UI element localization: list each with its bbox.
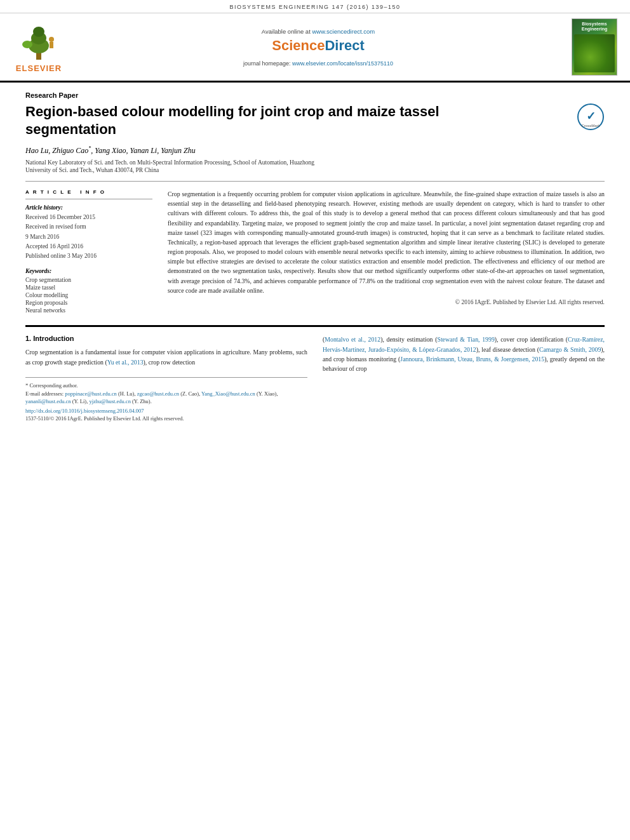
journal-cover: BiosystemsEngineering [569,18,620,76]
author-zhiguo-cao: Zhiguo Cao*, [52,146,95,155]
keyword-2: Maize tassel [25,284,152,291]
accepted-date: Accepted 16 April 2016 [25,243,152,251]
svg-point-6 [22,41,32,48]
ref-jannoura-2015: Jannoura, Brinkmann, Uteau, Bruns, & Joe… [400,356,544,363]
svg-point-3 [33,27,44,37]
keyword-1: Crop segmentation [25,277,152,283]
introduction-left-col: 1. Introduction Crop segmentation is a f… [25,335,307,422]
svg-rect-5 [50,42,53,48]
svg-text:✓: ✓ [586,110,596,123]
main-content: Research Paper Region-based colour model… [0,83,630,430]
journal-homepage-link[interactable]: www.elsevier.com/locate/issn/15375110 [292,60,393,67]
journal-homepage-line: journal homepage: www.elsevier.com/locat… [243,60,393,67]
left-article-info-col: A R T I C L E I N F O Article history: R… [25,189,152,315]
copyright-line: © 2016 IAgrE. Published by Elsevier Ltd.… [168,299,605,305]
received-date-1: Received 16 December 2015 [25,213,152,222]
keyword-4: Region proposals [25,300,152,306]
cover-title-text: BiosystemsEngineering [582,22,607,32]
email-link-5[interactable]: yjzhu@hust.edu.cn [89,398,130,404]
svg-text:CrossMark: CrossMark [581,124,600,128]
email-link-2[interactable]: zgcao@hust.edu.cn [137,390,179,397]
doi-link[interactable]: http://dx.doi.org/10.1016/j.biosystemsen… [25,408,144,414]
email-name-1: (H. Lu), [118,390,136,397]
available-online-text: Available online at www.sciencedirect.co… [262,28,375,35]
center-header: Available online at www.sciencedirect.co… [74,18,563,76]
article-type-label: Research Paper [25,91,605,99]
email-link-3[interactable]: Yang_Xiao@hust.edu.cn [201,390,255,397]
author-yanan-li: Yanan Li, [130,146,161,155]
email-name-2: (Z. Cao), [180,390,200,397]
received-revised-label: Received in revised form [25,223,152,231]
author-yanjun-zhu: Yanjun Zhu [161,146,196,155]
footnote-corresponding: * Corresponding author. [25,382,307,390]
bottom-two-col: 1. Introduction Crop segmentation is a f… [25,335,605,422]
ref-camargo-smith-2009: Camargo & Smith, 2009 [539,346,601,353]
cover-image-area [574,34,615,72]
section-1-body: Crop segmentation is a fundamental issue… [25,347,307,366]
footnote-emails: E-mail addresses: poppinace@hust.edu.cn … [25,390,307,406]
keywords-section: Keywords: Crop segmentation Maize tassel… [25,268,152,314]
doi-line: http://dx.doi.org/10.1016/j.biosystemsen… [25,408,307,414]
sciencedirect-logo-text: ScienceDirect [272,37,365,54]
elsevier-logo: ELSEVIER [10,18,67,76]
keywords-label: Keywords: [25,268,152,274]
affiliation-line-1: National Key Laboratory of Sci. and Tech… [25,159,605,166]
divider-1 [25,181,605,182]
section-1-heading: 1. Introduction [25,335,307,342]
email-name-3: (Y. Xiao), [257,390,278,397]
footnote-area: * Corresponding author. E-mail addresses… [25,377,307,422]
abstract-text: Crop segmentation is a frequently occurr… [168,189,605,295]
article-info-header: A R T I C L E I N F O [25,189,152,195]
article-title: Region-based colour modelling for joint … [25,103,457,138]
keyword-3: Colour modelling [25,292,152,298]
revised-date: 9 March 2016 [25,233,152,241]
ref-steward-tian-1999: Steward & Tian, 1999 [437,336,494,343]
issn-line: 1537-5110/© 2016 IAgrE. Published by Els… [25,415,307,422]
email-link-1[interactable]: poppinace@hust.edu.cn [65,390,116,397]
journal-header-text: Biosystems Engineering 147 (2016) 139–15… [229,4,400,10]
sciencedirect-url-link[interactable]: www.sciencedirect.com [312,28,375,35]
authors-line: Hao Lu, Zhiguo Cao*, Yang Xiao, Yanan Li… [25,145,605,156]
ref-yu-2013: Yu et al., 2013 [107,359,144,366]
journal-header-bar: Biosystems Engineering 147 (2016) 139–15… [0,0,630,13]
publisher-header: ELSEVIER Available online at www.science… [0,13,630,83]
keyword-5: Neural networks [25,307,152,314]
info-divider [25,199,152,199]
ref-montalvo-2012: Montalvo et al., 2012 [325,336,380,343]
svg-point-4 [49,37,54,42]
author-hao-lu: Hao Lu, [25,146,52,155]
article-body-two-col: A R T I C L E I N F O Article history: R… [25,189,605,315]
elsevier-tree-icon [18,22,59,62]
elsevier-brand-text: ELSEVIER [16,63,62,73]
crossmark-icon: ✓ CrossMark [577,103,605,131]
bottom-divider [25,325,605,327]
email-name-4: (Y. Li), [72,398,88,404]
email-link-4[interactable]: yananli@hust.edu.cn [25,398,71,404]
intro-right-body: (Montalvo et al., 2012), density estimat… [323,335,605,373]
journal-cover-image: BiosystemsEngineering [572,18,617,76]
section-1-title: Introduction [33,335,74,342]
author-yang-xiao: Yang Xiao, [95,146,130,155]
section-1-number: 1. [25,335,31,342]
article-history-label: Article history: [25,204,152,211]
title-row: Region-based colour modelling for joint … [25,103,605,145]
affiliation-line-2: University of Sci. and Tech., Wuhan 4300… [25,167,605,173]
introduction-right-col: (Montalvo et al., 2012), density estimat… [323,335,605,422]
published-date: Published online 3 May 2016 [25,252,152,260]
crossmark-area: ✓ CrossMark [570,103,605,132]
abstract-col: Crop segmentation is a frequently occurr… [168,189,605,315]
email-name-5: (Y. Zhu). [132,398,152,404]
